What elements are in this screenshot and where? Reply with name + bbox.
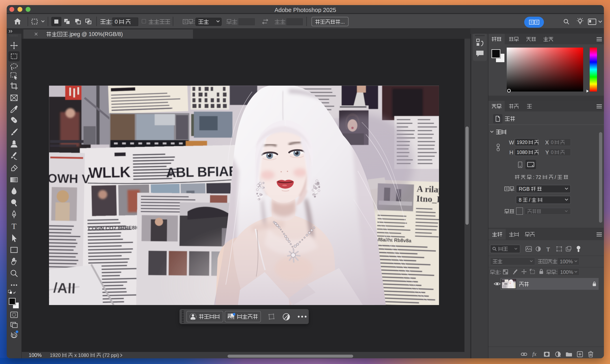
svg-text:ABL BFIAE: ABL BFIAE [166, 164, 238, 180]
svg-text:T: T [12, 222, 16, 231]
svg-text:Itno_Ila: Itno_Ila [416, 194, 439, 205]
svg-text:/All: /All [53, 280, 76, 297]
svg-text:OWH V: OWH V [49, 171, 90, 186]
svg-text:A rilaps: A rilaps [417, 184, 439, 195]
svg-text:WLLK: WLLK [88, 164, 131, 181]
svg-text:COGN CO7 8RRE8ICE: COGN CO7 8RRE8ICE [88, 224, 143, 232]
